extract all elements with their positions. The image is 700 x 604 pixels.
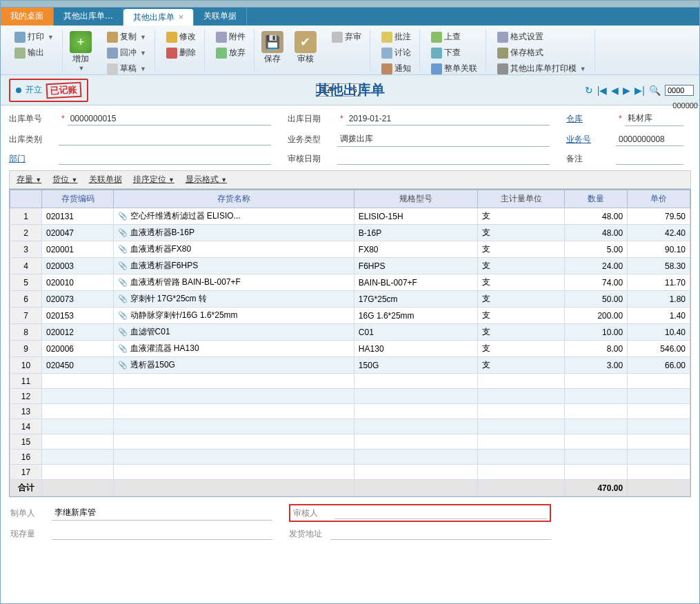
audit-date-field[interactable] [337, 152, 550, 165]
table-row[interactable]: 15 [10, 434, 690, 450]
last-icon[interactable]: ▶| [634, 85, 645, 96]
search-icon[interactable]: 🔍 [649, 85, 661, 96]
lookup-down-button[interactable]: 下查 [428, 46, 480, 60]
loc-link[interactable]: 货位 ▼ [52, 174, 77, 185]
remark-label: 备注 [566, 153, 616, 165]
tab-otherout[interactable]: 其他出库单× [123, 9, 194, 26]
add-button[interactable]: +增加▼ [66, 30, 96, 73]
link-button[interactable]: 整单关联 [428, 61, 480, 76]
type-field[interactable] [59, 133, 271, 145]
dept-label[interactable]: 部门 [9, 153, 59, 165]
rel-link[interactable]: 关联单据 [89, 174, 122, 185]
table-row[interactable]: 4020003📎 血液透析器F6HPSF6HPS支24.0058.30 [10, 258, 690, 274]
toolbar: 打印▼ 输出 +增加▼ 复制▼ 回冲▼ 草稿▼ 修改 删除 附件 放弃 💾保存 … [1, 26, 699, 75]
copy-button[interactable]: 复制▼ [104, 30, 149, 44]
attach-button[interactable]: 附件 [213, 30, 248, 44]
prev-icon[interactable]: ◀ [611, 85, 619, 96]
draft-button[interactable]: 草稿▼ [104, 61, 149, 76]
table-row[interactable]: 12 [10, 389, 690, 404]
table-row[interactable]: 16 [10, 450, 690, 465]
bizno-label[interactable]: 业务号 [566, 134, 616, 145]
table-row[interactable]: 5020010📎 血液透析管路 BAIN-BL-007+FBAIN-BL-007… [10, 274, 690, 291]
dept-field[interactable] [59, 152, 271, 165]
record-nav: ↻ |◀ ◀ ▶ ▶| 🔍 [585, 85, 694, 96]
doc-no-label: 出库单号 [9, 113, 59, 125]
col-unit[interactable]: 主计量单位 [478, 190, 565, 208]
date-field[interactable]: 2019-01-21 [346, 112, 550, 125]
auditor-field [334, 507, 547, 519]
col-name[interactable]: 存货名称 [114, 190, 354, 208]
table-row[interactable]: 17 [10, 465, 690, 480]
notify-button[interactable]: 通知 [379, 61, 414, 76]
addr-field[interactable] [330, 527, 551, 540]
maker-label: 制单人 [10, 507, 52, 519]
stock-label: 现存量 [10, 528, 52, 540]
close-icon[interactable]: × [179, 12, 183, 22]
table-row[interactable]: 3020001📎 血液透析器FX80FX80支5.0090.10 [10, 241, 690, 258]
print-button[interactable]: 打印▼ [12, 30, 57, 44]
first-icon[interactable]: |◀ [597, 85, 608, 96]
table-row[interactable]: 2020047📎 血液透析器B-16PB-16P支48.0042.40 [10, 225, 690, 241]
tab-bar: 我的桌面 其他出库单… 其他出库单× 关联单据 [1, 8, 699, 26]
col-qty[interactable]: 数量 [565, 190, 628, 208]
table-row[interactable]: 1020131📎 空心纤维透析滤过器 ELISIO...ELISIO-15H支4… [10, 208, 690, 225]
doc-no-field[interactable]: 0000000015 [68, 112, 271, 125]
export-icon [14, 48, 26, 59]
add-icon: + [70, 31, 92, 53]
template-icon [497, 63, 508, 74]
warehouse-field[interactable]: 耗材库 [625, 111, 683, 126]
savefmt-icon [497, 48, 508, 59]
save-button[interactable]: 💾保存 [257, 30, 288, 66]
edit-button[interactable]: 修改 [163, 30, 199, 44]
biz-field[interactable]: 调拨出库 [337, 132, 550, 147]
table-row[interactable]: 14 [10, 419, 690, 434]
chat-icon [381, 48, 392, 59]
sort-link[interactable]: 排序定位 ▼ [133, 174, 174, 185]
table-row[interactable]: 10020450📎 透析器150G150G支3.0066.00 [10, 357, 690, 374]
audit-icon: ✔ [294, 31, 317, 53]
table-row[interactable]: 7020153📎 动静脉穿刺针/16G 1.6*25mm16G 1.6*25mm… [10, 308, 690, 324]
discard-button[interactable]: 放弃 [213, 46, 248, 60]
stock-link[interactable]: 存量 ▼ [17, 174, 41, 185]
col-spec[interactable]: 规格型号 [354, 190, 477, 208]
cancel-icon [332, 32, 343, 43]
refresh-icon[interactable]: ↻ [585, 85, 593, 96]
search-input[interactable] [665, 85, 694, 96]
table-row[interactable]: 11 [10, 374, 690, 389]
next-icon[interactable]: ▶ [623, 85, 630, 96]
chat-button[interactable]: 讨论 [379, 46, 414, 60]
lookup-up-button[interactable]: 上查 [428, 30, 480, 44]
fmt-link[interactable]: 显示格式 ▼ [186, 174, 227, 185]
col-price[interactable]: 单价 [628, 190, 690, 208]
tab-desktop[interactable]: 我的桌面 [1, 8, 54, 26]
delete-icon [166, 48, 177, 59]
notify-icon [381, 63, 392, 74]
col-code[interactable]: 存货编码 [42, 190, 114, 208]
cancel-audit-button[interactable]: 弃审 [329, 30, 364, 44]
table-row[interactable]: 13 [10, 404, 690, 419]
link-icon [431, 63, 442, 74]
table-row[interactable]: 8020012📎 血滤管C01C01支10.0010.40 [10, 324, 690, 341]
template-button[interactable]: 其他出库单打印模▼ [494, 61, 589, 76]
maker-field: 李继新库管 [52, 505, 272, 521]
form-area: 出库单号*0000000015 出库日期*2019-01-21 仓库*耗材库 出… [1, 105, 699, 170]
undo-button[interactable]: 回冲▼ [104, 46, 149, 60]
table-row[interactable]: 9020006📎 血液灌流器 HA130HA130支8.00546.00 [10, 341, 690, 357]
tab-related[interactable]: 关联单据 [194, 8, 247, 26]
warehouse-label[interactable]: 仓库 [566, 113, 616, 125]
tab-otherout-list[interactable]: 其他出库单… [54, 8, 123, 26]
save-format-button[interactable]: 保存格式 [494, 46, 589, 60]
export-button[interactable]: 输出 [12, 46, 57, 60]
total-row: 合计470.00 [10, 480, 690, 496]
date-label: 出库日期 [288, 113, 337, 125]
bizno-field[interactable]: 0000000008 [616, 133, 683, 146]
type-label: 出库类别 [9, 134, 59, 145]
undo-icon [107, 48, 118, 59]
delete-button[interactable]: 删除 [163, 46, 199, 60]
remark-field[interactable] [616, 152, 683, 165]
up-icon [431, 32, 442, 43]
format-button[interactable]: 格式设置 [494, 30, 589, 44]
table-row[interactable]: 6020073📎 穿刺针 17G*25cm 转17G*25cm支50.001.8… [10, 291, 690, 308]
note-button[interactable]: 批注 [379, 30, 414, 44]
audit-button[interactable]: ✔审核 [290, 30, 321, 66]
